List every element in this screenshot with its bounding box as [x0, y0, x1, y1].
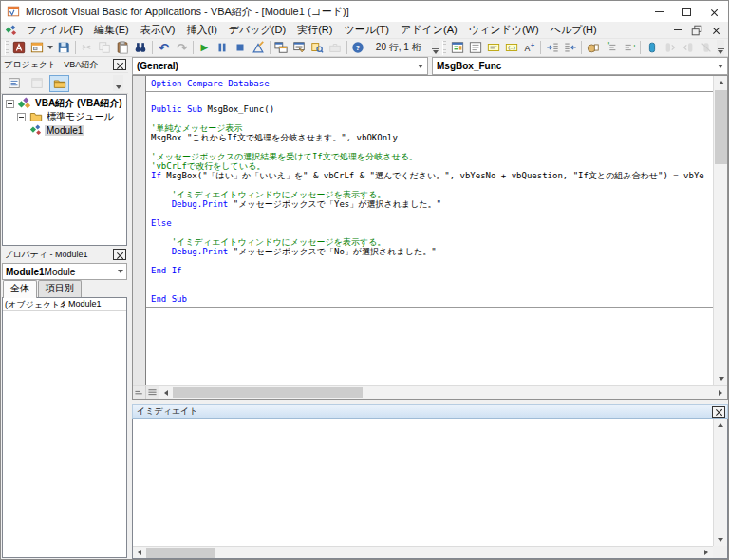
tab-alphabetic[interactable]: 全体	[3, 280, 37, 298]
properties-panel-close-button[interactable]	[113, 249, 126, 260]
copy-icon[interactable]	[96, 40, 114, 56]
previous-bookmark-icon[interactable]	[679, 40, 697, 56]
next-bookmark-icon[interactable]	[661, 40, 679, 56]
minimize-button[interactable]	[645, 1, 673, 22]
scroll-left-button[interactable]	[133, 547, 146, 559]
menu-item-view[interactable]: 表示(V)	[135, 22, 181, 37]
clear-bookmarks-icon[interactable]	[697, 40, 715, 56]
parameter-info-icon[interactable]: (..)	[502, 40, 520, 56]
procedure-dropdown[interactable]: MsgBox_Func	[432, 57, 728, 75]
menu-item-addins[interactable]: アドイン(A)	[395, 22, 463, 37]
code-vertical-scrollbar[interactable]	[713, 76, 727, 385]
scroll-down-button[interactable]	[714, 533, 727, 546]
scroll-right-button[interactable]	[700, 547, 713, 559]
toggle-bookmark-icon[interactable]	[643, 40, 661, 56]
toolbar-grip[interactable]	[5, 41, 9, 55]
reset-icon[interactable]	[232, 40, 250, 56]
view-access-icon[interactable]	[10, 40, 28, 56]
tab-categorized[interactable]: 項目別	[38, 280, 82, 297]
edit-toolbar-grip[interactable]	[442, 41, 446, 55]
vbe-app-icon	[6, 4, 21, 19]
object-browser-icon[interactable]	[308, 40, 327, 56]
full-module-view-button[interactable]	[146, 386, 159, 399]
close-button[interactable]	[701, 1, 728, 22]
code-window: Option Compare Database Public Sub MsgBo…	[132, 75, 728, 400]
tree-item-std-modules-folder[interactable]: 標準モジュール	[3, 110, 126, 123]
object-dropdown[interactable]: (General)	[132, 57, 428, 75]
immediate-input-area[interactable]	[132, 419, 728, 559]
collapse-expander-icon[interactable]	[6, 100, 14, 108]
break-icon[interactable]	[214, 40, 232, 56]
maximize-button[interactable]	[673, 1, 701, 22]
code-text[interactable]: Option Compare Database Public Sub MsgBo…	[146, 76, 713, 385]
run-icon[interactable]: ▶	[196, 40, 214, 56]
list-properties-icon[interactable]	[448, 40, 466, 56]
insert-userform-icon[interactable]	[28, 40, 47, 56]
property-name-cell[interactable]: (オブジェクト名)	[3, 298, 65, 310]
insert-userform-dropdown-arrow[interactable]	[47, 40, 55, 56]
view-code-button[interactable]	[4, 75, 24, 92]
indent-icon[interactable]	[543, 40, 561, 56]
mdi-minimize-button[interactable]	[669, 23, 686, 37]
edit-toolbar-overflow-button[interactable]	[717, 40, 724, 56]
menu-item-debug[interactable]: デバッグ(D)	[223, 22, 291, 37]
menu-item-insert[interactable]: 挿入(I)	[180, 22, 222, 37]
standard-toolbar-overflow-button[interactable]	[432, 40, 439, 56]
immediate-vertical-scrollbar[interactable]	[713, 419, 727, 546]
undo-icon[interactable]: ↶	[155, 40, 173, 56]
design-mode-icon[interactable]	[250, 40, 268, 56]
scrollbar-thumb[interactable]	[173, 387, 363, 398]
breakpoint-margin[interactable]	[133, 76, 146, 385]
quick-info-icon[interactable]	[484, 40, 502, 56]
menu-item-window[interactable]: ウィンドウ(W)	[463, 22, 545, 37]
scroll-down-button[interactable]	[714, 372, 728, 385]
tree-item-project-root[interactable]: VBA紹介 (VBA紹介)	[3, 97, 126, 110]
paste-icon[interactable]	[114, 40, 132, 56]
toolbox-icon[interactable]	[327, 40, 345, 56]
redo-icon[interactable]: ↷	[173, 40, 191, 56]
cut-icon[interactable]: ✂	[78, 40, 96, 56]
code-editor[interactable]: Option Compare Database Public Sub MsgBo…	[133, 76, 713, 385]
tree-item-label: 標準モジュール	[45, 110, 116, 123]
list-constants-icon[interactable]	[466, 40, 484, 56]
toggle-breakpoint-icon[interactable]	[584, 40, 602, 56]
menu-item-help[interactable]: ヘルプ(H)	[545, 22, 603, 37]
code-line: 'イミディエイトウィンドウにメッセージを表示する。	[151, 237, 713, 247]
menu-item-run[interactable]: 実行(R)	[291, 22, 338, 37]
collapse-expander-icon[interactable]	[17, 113, 26, 121]
property-value-cell[interactable]: Module1	[65, 298, 126, 310]
help-icon[interactable]: ?	[349, 40, 367, 56]
scrollbar-thumb[interactable]	[715, 90, 727, 164]
project-toolbar-overflow-button[interactable]	[113, 75, 123, 91]
tree-item-module1[interactable]: Module1	[3, 123, 126, 137]
scrollbar-thumb[interactable]	[146, 548, 215, 558]
properties-grid: (オブジェクト名) Module1	[2, 297, 127, 558]
menu-item-file[interactable]: ファイル(F)	[21, 22, 88, 37]
outdent-icon[interactable]	[561, 40, 579, 56]
close-icon	[711, 9, 718, 15]
scroll-left-button[interactable]	[159, 386, 173, 399]
scroll-right-button[interactable]	[714, 386, 727, 399]
menu-item-edit[interactable]: 編集(E)	[88, 22, 135, 37]
properties-window-icon[interactable]	[290, 40, 308, 56]
save-icon[interactable]	[55, 40, 73, 56]
scroll-up-button[interactable]	[714, 76, 728, 89]
view-object-button[interactable]	[27, 75, 47, 92]
find-icon[interactable]	[132, 40, 150, 56]
menu-item-tools[interactable]: ツール(T)	[338, 22, 395, 37]
project-panel-close-button[interactable]	[113, 59, 126, 70]
immediate-horizontal-scrollbar[interactable]	[133, 546, 713, 558]
scroll-up-button[interactable]	[714, 419, 727, 431]
mdi-close-button[interactable]	[707, 23, 724, 37]
comment-block-icon[interactable]: '	[602, 40, 620, 56]
properties-object-dropdown[interactable]: Module1 Module	[2, 263, 127, 280]
toggle-folders-button[interactable]	[49, 75, 69, 92]
complete-word-icon[interactable]: A+	[520, 40, 538, 56]
project-explorer-icon[interactable]	[272, 40, 290, 56]
uncomment-block-icon[interactable]: '	[620, 40, 638, 56]
code-line: End Sub	[151, 294, 713, 304]
procedure-view-button[interactable]	[133, 386, 146, 399]
code-line: '単純なメッセージ表示	[151, 123, 713, 133]
immediate-close-button[interactable]	[712, 406, 725, 418]
mdi-restore-button[interactable]	[688, 23, 705, 37]
